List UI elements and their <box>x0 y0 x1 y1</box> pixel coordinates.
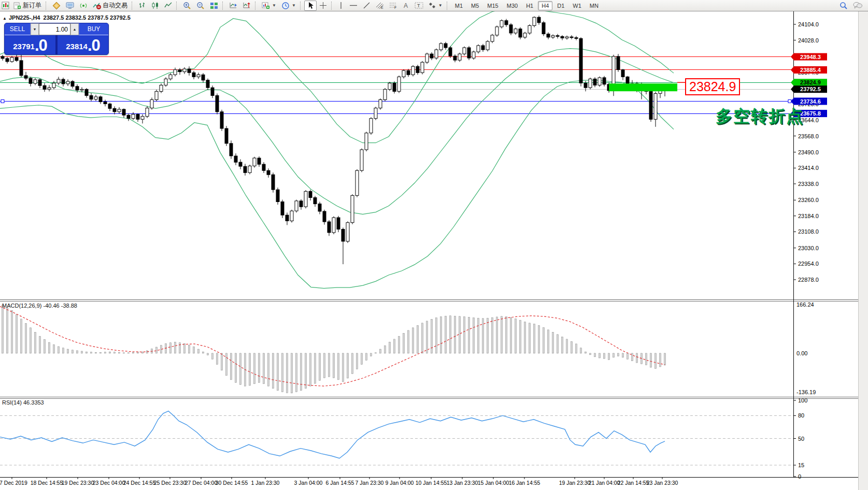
candle-body <box>491 35 494 41</box>
volume-decrease-button[interactable]: ▼ <box>31 23 39 35</box>
highlight-rectangle[interactable] <box>609 83 677 91</box>
timeframe-W1[interactable]: W1 <box>569 1 585 10</box>
buy-button[interactable]: BUY <box>79 23 108 35</box>
candle-body <box>43 85 46 89</box>
candle-body <box>239 162 242 166</box>
macd-histogram-bar <box>44 339 46 353</box>
macd-histogram-bar <box>114 352 116 353</box>
new-chart-dropdown[interactable]: ▼ <box>259 1 279 11</box>
line-anchor[interactable] <box>1 99 4 103</box>
candle-body <box>486 41 489 50</box>
candle-body <box>94 97 97 99</box>
candle-body <box>439 44 443 50</box>
candlestick-chart-button[interactable] <box>149 1 162 11</box>
macd-histogram-bar <box>282 353 283 392</box>
macd-histogram-bar <box>119 352 120 353</box>
macd-histogram-bar <box>357 353 358 369</box>
candle-body <box>481 46 485 50</box>
macd-histogram-bar <box>254 353 255 384</box>
time-tick-label: 7 Jan 23:30 <box>355 480 384 486</box>
trendline-tool[interactable] <box>360 1 373 11</box>
candle-body <box>369 119 373 133</box>
chart-shift-button[interactable] <box>240 1 253 11</box>
volume-input[interactable]: 1.00 <box>39 23 70 35</box>
chat-button[interactable] <box>850 1 865 11</box>
time-tick-label: 22 Jan 14:55 <box>618 480 649 486</box>
macd-histogram-bar <box>604 353 605 358</box>
candle-body <box>34 80 37 83</box>
sell-price[interactable]: 23791.0 <box>5 35 55 54</box>
candle-body <box>309 191 312 197</box>
price-badge-text: 23824.9 <box>800 79 821 85</box>
time-tick-label: 18 Dec 14:55 <box>31 480 63 486</box>
vertical-line-tool[interactable] <box>335 1 347 11</box>
fibonacci-tool[interactable]: F <box>387 1 400 11</box>
timeframe-MN[interactable]: MN <box>586 1 602 10</box>
candle-body <box>318 204 321 212</box>
window-right-strip[interactable] <box>858 11 868 490</box>
candle-body <box>411 66 415 75</box>
macd-histogram-bar <box>95 352 97 353</box>
zoom-in-button[interactable] <box>180 1 194 11</box>
macd-histogram-bar <box>618 353 619 356</box>
candle-body <box>379 100 382 108</box>
vertical-line-icon <box>338 2 344 9</box>
metaquotes-button[interactable] <box>50 1 63 11</box>
equidistant-channel-tool[interactable]: E <box>373 1 387 11</box>
timeframe-D1[interactable]: D1 <box>553 1 568 10</box>
macd-histogram-bar <box>329 353 330 377</box>
candle-body <box>178 70 181 72</box>
turning-point-annotation[interactable]: 多空转折点 <box>716 105 804 128</box>
macd-histogram-bar <box>100 352 102 353</box>
terminal-button[interactable] <box>63 1 77 11</box>
mt4-terminal: 新订单 自动交易 <box>0 0 868 490</box>
macd-histogram-bar <box>389 342 391 354</box>
horizontal-line-tool[interactable] <box>347 1 360 11</box>
signal-button[interactable] <box>77 1 90 11</box>
text-tool[interactable]: A <box>400 1 412 11</box>
tile-windows-button[interactable] <box>207 1 221 11</box>
timeframe-group: M1M5M15M30H1H4D1W1MN <box>451 1 603 10</box>
candle-body <box>444 44 447 48</box>
volume-increase-button[interactable]: ▲ <box>70 23 79 35</box>
line-chart-button[interactable] <box>162 1 175 11</box>
buy-price[interactable]: 23814.0 <box>58 35 108 54</box>
candle-body <box>113 108 116 111</box>
rsi-scale-label: 15 <box>798 462 804 468</box>
macd-histogram-bar <box>35 332 36 353</box>
clock-icon <box>281 2 290 10</box>
bar-chart-button[interactable] <box>136 1 149 11</box>
collapse-icon[interactable]: ▲ <box>3 16 7 21</box>
sell-button[interactable]: SELL <box>5 23 31 35</box>
macd-histogram-bar <box>385 345 386 353</box>
candle-body <box>337 218 340 229</box>
timeframe-M1[interactable]: M1 <box>451 1 466 10</box>
timeframe-M15[interactable]: M15 <box>483 1 502 10</box>
search-button[interactable] <box>837 1 850 11</box>
candle-body <box>85 89 88 95</box>
timeframe-H1[interactable]: H1 <box>522 1 537 10</box>
candle-body <box>155 91 158 99</box>
arrows-dropdown[interactable]: ▼ <box>426 1 445 11</box>
candle-body <box>593 79 596 85</box>
price-tick-label: 22954.0 <box>798 261 819 267</box>
text-label-tool[interactable]: T <box>412 1 426 11</box>
candle-body <box>416 66 419 73</box>
zoom-out-button[interactable] <box>194 1 207 11</box>
macd-signal-value: -38.88 <box>61 302 77 309</box>
candle-body <box>267 170 270 175</box>
crosshair-tool-button[interactable] <box>317 1 330 11</box>
cursor-tool-button[interactable] <box>304 1 317 11</box>
macd-histogram-bar <box>520 320 521 353</box>
level-price-label[interactable]: 23824.9 <box>685 78 740 95</box>
candle-body <box>355 170 359 195</box>
autotrading-button[interactable]: 自动交易 <box>90 1 130 11</box>
timeframe-H4[interactable]: H4 <box>538 1 552 10</box>
macd-histogram-bar <box>212 353 214 359</box>
auto-scroll-button[interactable] <box>226 1 240 11</box>
candle-body <box>174 70 177 75</box>
timeframe-M5[interactable]: M5 <box>467 1 482 10</box>
profiles-dropdown[interactable]: ▼ <box>279 1 298 11</box>
new-order-button[interactable]: 新订单 <box>11 1 44 11</box>
timeframe-M30[interactable]: M30 <box>503 1 521 10</box>
